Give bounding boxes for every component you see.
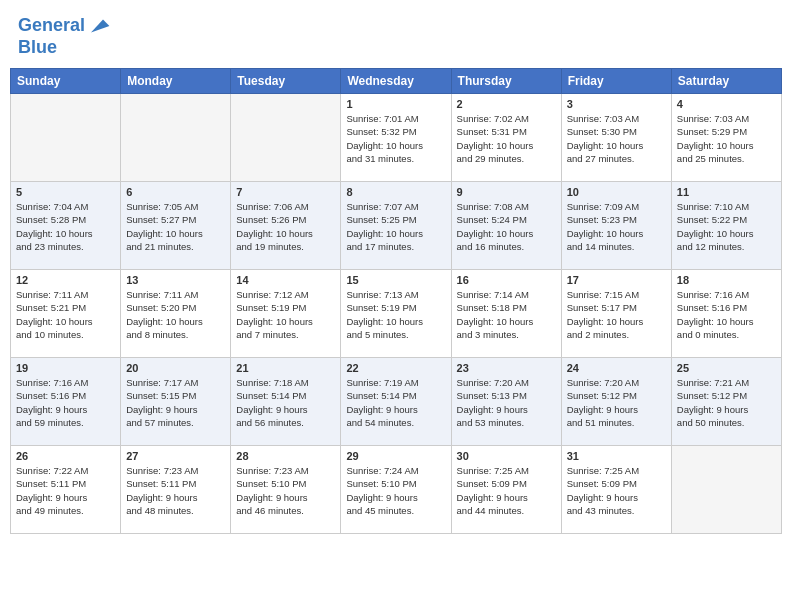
calendar-cell: 7Sunrise: 7:06 AM Sunset: 5:26 PM Daylig… bbox=[231, 182, 341, 270]
day-info: Sunrise: 7:15 AM Sunset: 5:17 PM Dayligh… bbox=[567, 288, 666, 341]
day-number: 28 bbox=[236, 450, 335, 462]
calendar-cell bbox=[121, 94, 231, 182]
day-number: 9 bbox=[457, 186, 556, 198]
calendar-header-tuesday: Tuesday bbox=[231, 69, 341, 94]
calendar-cell: 12Sunrise: 7:11 AM Sunset: 5:21 PM Dayli… bbox=[11, 270, 121, 358]
page: General Blue SundayMondayTuesdayWednesda… bbox=[0, 0, 792, 544]
day-info: Sunrise: 7:07 AM Sunset: 5:25 PM Dayligh… bbox=[346, 200, 445, 253]
calendar-cell: 8Sunrise: 7:07 AM Sunset: 5:25 PM Daylig… bbox=[341, 182, 451, 270]
day-number: 12 bbox=[16, 274, 115, 286]
day-info: Sunrise: 7:20 AM Sunset: 5:13 PM Dayligh… bbox=[457, 376, 556, 429]
day-number: 11 bbox=[677, 186, 776, 198]
day-number: 27 bbox=[126, 450, 225, 462]
calendar-cell: 1Sunrise: 7:01 AM Sunset: 5:32 PM Daylig… bbox=[341, 94, 451, 182]
day-number: 29 bbox=[346, 450, 445, 462]
calendar: SundayMondayTuesdayWednesdayThursdayFrid… bbox=[10, 68, 782, 534]
day-number: 21 bbox=[236, 362, 335, 374]
day-number: 16 bbox=[457, 274, 556, 286]
calendar-cell: 15Sunrise: 7:13 AM Sunset: 5:19 PM Dayli… bbox=[341, 270, 451, 358]
day-info: Sunrise: 7:11 AM Sunset: 5:20 PM Dayligh… bbox=[126, 288, 225, 341]
calendar-cell: 6Sunrise: 7:05 AM Sunset: 5:27 PM Daylig… bbox=[121, 182, 231, 270]
day-info: Sunrise: 7:21 AM Sunset: 5:12 PM Dayligh… bbox=[677, 376, 776, 429]
calendar-cell bbox=[11, 94, 121, 182]
day-number: 6 bbox=[126, 186, 225, 198]
day-info: Sunrise: 7:08 AM Sunset: 5:24 PM Dayligh… bbox=[457, 200, 556, 253]
calendar-week-4: 19Sunrise: 7:16 AM Sunset: 5:16 PM Dayli… bbox=[11, 358, 782, 446]
day-number: 2 bbox=[457, 98, 556, 110]
day-number: 8 bbox=[346, 186, 445, 198]
day-info: Sunrise: 7:14 AM Sunset: 5:18 PM Dayligh… bbox=[457, 288, 556, 341]
calendar-header-sunday: Sunday bbox=[11, 69, 121, 94]
calendar-cell: 21Sunrise: 7:18 AM Sunset: 5:14 PM Dayli… bbox=[231, 358, 341, 446]
calendar-cell: 28Sunrise: 7:23 AM Sunset: 5:10 PM Dayli… bbox=[231, 446, 341, 534]
calendar-header-saturday: Saturday bbox=[671, 69, 781, 94]
calendar-cell: 4Sunrise: 7:03 AM Sunset: 5:29 PM Daylig… bbox=[671, 94, 781, 182]
calendar-cell: 2Sunrise: 7:02 AM Sunset: 5:31 PM Daylig… bbox=[451, 94, 561, 182]
calendar-cell: 30Sunrise: 7:25 AM Sunset: 5:09 PM Dayli… bbox=[451, 446, 561, 534]
day-number: 23 bbox=[457, 362, 556, 374]
calendar-cell: 26Sunrise: 7:22 AM Sunset: 5:11 PM Dayli… bbox=[11, 446, 121, 534]
day-info: Sunrise: 7:25 AM Sunset: 5:09 PM Dayligh… bbox=[457, 464, 556, 517]
calendar-cell: 20Sunrise: 7:17 AM Sunset: 5:15 PM Dayli… bbox=[121, 358, 231, 446]
day-number: 15 bbox=[346, 274, 445, 286]
day-info: Sunrise: 7:04 AM Sunset: 5:28 PM Dayligh… bbox=[16, 200, 115, 253]
calendar-header-row: SundayMondayTuesdayWednesdayThursdayFrid… bbox=[11, 69, 782, 94]
calendar-cell bbox=[231, 94, 341, 182]
day-number: 3 bbox=[567, 98, 666, 110]
day-number: 13 bbox=[126, 274, 225, 286]
calendar-cell: 24Sunrise: 7:20 AM Sunset: 5:12 PM Dayli… bbox=[561, 358, 671, 446]
calendar-header-wednesday: Wednesday bbox=[341, 69, 451, 94]
calendar-cell: 10Sunrise: 7:09 AM Sunset: 5:23 PM Dayli… bbox=[561, 182, 671, 270]
day-number: 4 bbox=[677, 98, 776, 110]
day-number: 10 bbox=[567, 186, 666, 198]
svg-marker-0 bbox=[91, 20, 109, 33]
calendar-cell: 25Sunrise: 7:21 AM Sunset: 5:12 PM Dayli… bbox=[671, 358, 781, 446]
day-number: 19 bbox=[16, 362, 115, 374]
calendar-cell: 18Sunrise: 7:16 AM Sunset: 5:16 PM Dayli… bbox=[671, 270, 781, 358]
day-info: Sunrise: 7:09 AM Sunset: 5:23 PM Dayligh… bbox=[567, 200, 666, 253]
day-number: 7 bbox=[236, 186, 335, 198]
day-info: Sunrise: 7:20 AM Sunset: 5:12 PM Dayligh… bbox=[567, 376, 666, 429]
day-info: Sunrise: 7:19 AM Sunset: 5:14 PM Dayligh… bbox=[346, 376, 445, 429]
header: General Blue bbox=[10, 10, 782, 60]
day-info: Sunrise: 7:23 AM Sunset: 5:11 PM Dayligh… bbox=[126, 464, 225, 517]
calendar-cell: 16Sunrise: 7:14 AM Sunset: 5:18 PM Dayli… bbox=[451, 270, 561, 358]
calendar-header-friday: Friday bbox=[561, 69, 671, 94]
day-number: 31 bbox=[567, 450, 666, 462]
calendar-header-thursday: Thursday bbox=[451, 69, 561, 94]
day-number: 14 bbox=[236, 274, 335, 286]
day-info: Sunrise: 7:17 AM Sunset: 5:15 PM Dayligh… bbox=[126, 376, 225, 429]
day-info: Sunrise: 7:24 AM Sunset: 5:10 PM Dayligh… bbox=[346, 464, 445, 517]
day-info: Sunrise: 7:22 AM Sunset: 5:11 PM Dayligh… bbox=[16, 464, 115, 517]
day-info: Sunrise: 7:18 AM Sunset: 5:14 PM Dayligh… bbox=[236, 376, 335, 429]
calendar-cell: 3Sunrise: 7:03 AM Sunset: 5:30 PM Daylig… bbox=[561, 94, 671, 182]
day-info: Sunrise: 7:02 AM Sunset: 5:31 PM Dayligh… bbox=[457, 112, 556, 165]
day-number: 1 bbox=[346, 98, 445, 110]
calendar-week-3: 12Sunrise: 7:11 AM Sunset: 5:21 PM Dayli… bbox=[11, 270, 782, 358]
calendar-week-5: 26Sunrise: 7:22 AM Sunset: 5:11 PM Dayli… bbox=[11, 446, 782, 534]
day-info: Sunrise: 7:12 AM Sunset: 5:19 PM Dayligh… bbox=[236, 288, 335, 341]
day-info: Sunrise: 7:01 AM Sunset: 5:32 PM Dayligh… bbox=[346, 112, 445, 165]
day-info: Sunrise: 7:13 AM Sunset: 5:19 PM Dayligh… bbox=[346, 288, 445, 341]
calendar-cell: 29Sunrise: 7:24 AM Sunset: 5:10 PM Dayli… bbox=[341, 446, 451, 534]
day-info: Sunrise: 7:16 AM Sunset: 5:16 PM Dayligh… bbox=[677, 288, 776, 341]
calendar-week-2: 5Sunrise: 7:04 AM Sunset: 5:28 PM Daylig… bbox=[11, 182, 782, 270]
day-number: 25 bbox=[677, 362, 776, 374]
calendar-cell: 22Sunrise: 7:19 AM Sunset: 5:14 PM Dayli… bbox=[341, 358, 451, 446]
day-number: 17 bbox=[567, 274, 666, 286]
day-info: Sunrise: 7:16 AM Sunset: 5:16 PM Dayligh… bbox=[16, 376, 115, 429]
day-number: 24 bbox=[567, 362, 666, 374]
day-info: Sunrise: 7:11 AM Sunset: 5:21 PM Dayligh… bbox=[16, 288, 115, 341]
calendar-week-1: 1Sunrise: 7:01 AM Sunset: 5:32 PM Daylig… bbox=[11, 94, 782, 182]
logo: General Blue bbox=[18, 14, 111, 56]
calendar-cell bbox=[671, 446, 781, 534]
day-number: 18 bbox=[677, 274, 776, 286]
calendar-cell: 17Sunrise: 7:15 AM Sunset: 5:17 PM Dayli… bbox=[561, 270, 671, 358]
day-info: Sunrise: 7:03 AM Sunset: 5:30 PM Dayligh… bbox=[567, 112, 666, 165]
calendar-cell: 11Sunrise: 7:10 AM Sunset: 5:22 PM Dayli… bbox=[671, 182, 781, 270]
day-number: 22 bbox=[346, 362, 445, 374]
calendar-cell: 13Sunrise: 7:11 AM Sunset: 5:20 PM Dayli… bbox=[121, 270, 231, 358]
calendar-cell: 19Sunrise: 7:16 AM Sunset: 5:16 PM Dayli… bbox=[11, 358, 121, 446]
day-number: 20 bbox=[126, 362, 225, 374]
day-number: 5 bbox=[16, 186, 115, 198]
